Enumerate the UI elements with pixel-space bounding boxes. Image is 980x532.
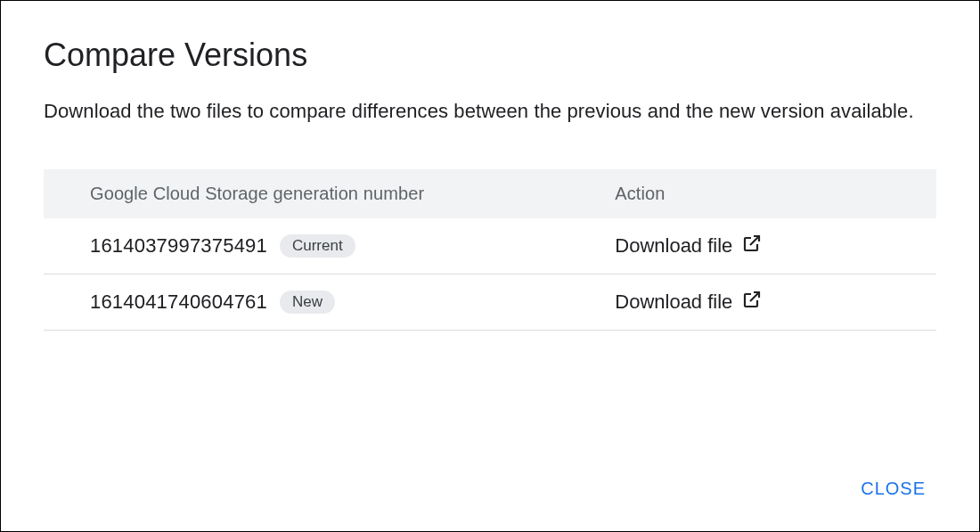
version-badge-new: New [280, 291, 335, 314]
download-link-label: Download file [615, 234, 732, 258]
download-file-link[interactable]: Download file [615, 289, 763, 315]
table-header: Google Cloud Storage generation number A… [44, 169, 936, 218]
dialog-title: Compare Versions [44, 37, 936, 74]
dialog-footer: CLOSE [850, 471, 936, 506]
table-row: 1614041740604761 New Download file [44, 274, 936, 331]
generation-number: 1614041740604761 [90, 291, 267, 314]
versions-table: Google Cloud Storage generation number A… [44, 169, 936, 331]
generation-cell: 1614037997375491 Current [90, 234, 615, 258]
close-button[interactable]: CLOSE [850, 471, 936, 506]
table-row: 1614037997375491 Current Download file [44, 218, 936, 274]
generation-cell: 1614041740604761 New [90, 291, 615, 314]
header-action: Action [615, 169, 936, 218]
generation-number: 1614037997375491 [90, 234, 267, 258]
dialog-description: Download the two files to compare differ… [44, 95, 936, 127]
open-in-new-icon [741, 289, 763, 315]
version-badge-current: Current [280, 234, 355, 258]
download-file-link[interactable]: Download file [615, 233, 763, 259]
header-generation: Google Cloud Storage generation number [44, 169, 615, 218]
open-in-new-icon [741, 233, 763, 259]
download-link-label: Download file [615, 291, 732, 314]
compare-versions-dialog: Compare Versions Download the two files … [1, 1, 979, 331]
